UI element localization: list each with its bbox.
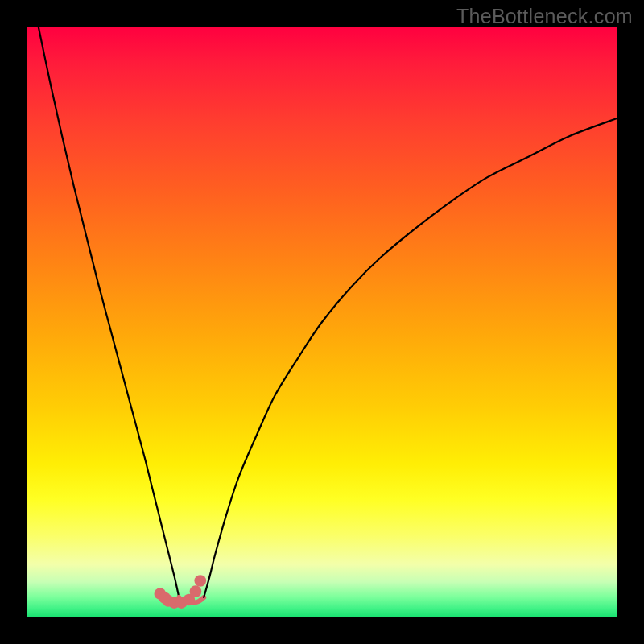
curve-right-branch: [204, 118, 617, 597]
chart-overlay: [27, 27, 617, 617]
watermark-text: TheBottleneck.com: [456, 5, 633, 28]
valley-marker: [190, 585, 202, 597]
chart-frame: TheBottleneck.com: [0, 0, 644, 644]
curve-left-branch: [39, 27, 180, 597]
valley-marker: [194, 575, 206, 587]
